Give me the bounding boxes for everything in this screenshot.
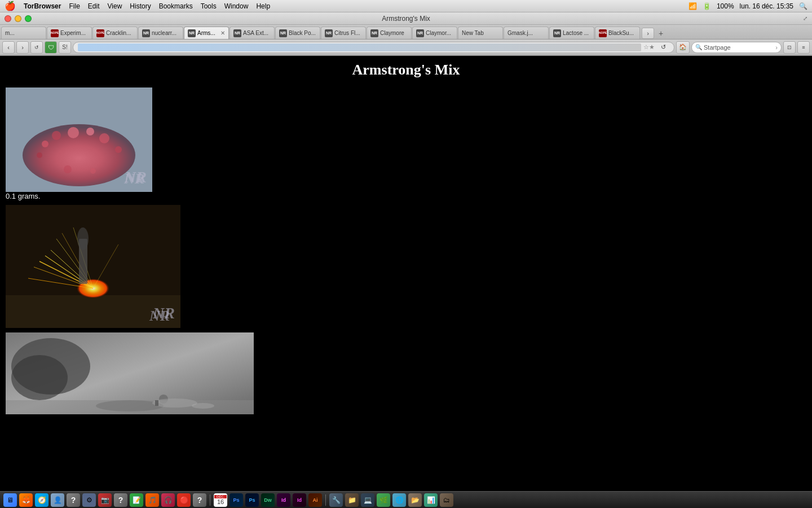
dock-app5[interactable]: 🎧 — [161, 493, 175, 507]
dock-sys3[interactable]: 💻 — [361, 493, 374, 507]
dock-q3[interactable]: ? — [193, 493, 206, 507]
svg-point-9 — [64, 165, 72, 173]
datetime: lun. 16 déc. 15:35 — [740, 2, 793, 10]
dock-app2[interactable]: 📷 — [98, 493, 112, 507]
page-title: Armstrong's Mix — [6, 62, 806, 78]
dock-id2[interactable]: Id — [293, 493, 306, 507]
tab-m[interactable]: m... — [1, 27, 46, 39]
forward-button[interactable]: › — [16, 41, 29, 54]
dock-sys2[interactable]: 📁 — [345, 493, 359, 507]
dock-app6[interactable]: 🔴 — [177, 493, 191, 507]
tab-blackpo[interactable]: NR Black Po... — [275, 27, 320, 39]
svg-point-10 — [90, 168, 96, 174]
menu-view[interactable]: View — [108, 2, 122, 10]
dock-app4[interactable]: 🎵 — [145, 493, 159, 507]
fullscreen-button[interactable]: ⊡ — [783, 41, 796, 54]
tab-claymor2[interactable]: NR Claymor... — [412, 27, 457, 39]
menu-bookmarks[interactable]: Bookmarks — [159, 2, 193, 10]
tab-citrus[interactable]: NR Citrus Fl... — [321, 27, 366, 39]
svg-point-33 — [152, 398, 197, 408]
menu-file[interactable]: File — [69, 2, 80, 10]
url-reload[interactable]: ↺ — [657, 41, 669, 54]
tab-bar: m... NOPE Experim... NOPE Cracklin... NR… — [0, 25, 812, 40]
dock-ai[interactable]: Ai — [308, 493, 322, 507]
dock-q1[interactable]: ? — [67, 493, 80, 507]
tab-blacksu[interactable]: NOPE BlackSu... — [595, 27, 640, 39]
nr-icon: NR — [233, 29, 241, 37]
dock: 🖥 🦊 🧭 👤 ? ⚙ 📷 ? 📝 🎵 🎧 🔴 ? DÉC. 16 Ps Ps … — [0, 491, 812, 508]
menu-edit[interactable]: Edit — [88, 2, 100, 10]
tab-label: Citrus Fl... — [334, 30, 360, 36]
dock-sys5[interactable]: 🌐 — [392, 493, 406, 507]
dock-finder[interactable]: 🖥 — [3, 493, 17, 507]
menu-tools[interactable]: Tools — [201, 2, 217, 10]
new-tab-button[interactable]: + — [655, 28, 667, 39]
tab-claymore[interactable]: NR Claymore — [367, 27, 412, 39]
tab-label: Cracklin... — [106, 30, 131, 36]
nope-icon: NOPE — [599, 29, 607, 37]
close-button[interactable] — [5, 15, 11, 22]
battery-icon: 🔋 — [703, 2, 711, 10]
url-bar[interactable]: ☆★ ↺ — [73, 42, 674, 53]
maximize-button[interactable] — [25, 15, 32, 22]
dock-ps2[interactable]: Ps — [245, 493, 259, 507]
refresh-button[interactable]: ↺ — [30, 41, 43, 54]
tab-close-button[interactable]: ✕ — [220, 30, 225, 36]
dock-contacts[interactable]: 👤 — [51, 493, 64, 507]
svg-text:NR: NR — [123, 170, 144, 187]
svg-point-4 — [68, 127, 79, 138]
search-bar[interactable]: 🔍 Startpage › — [691, 42, 782, 53]
menu-button[interactable]: ≡ — [797, 41, 810, 54]
tab-cracklin[interactable]: NOPE Cracklin... — [92, 27, 138, 39]
menu-help[interactable]: Help — [256, 2, 270, 10]
svg-point-34 — [192, 403, 214, 409]
dock-id[interactable]: Id — [277, 493, 290, 507]
menu-history[interactable]: History — [130, 2, 151, 10]
app-name[interactable]: TorBrowser — [24, 2, 61, 10]
dock-sys4[interactable]: 🌿 — [377, 493, 390, 507]
home-button[interactable]: 🏠 — [676, 41, 690, 54]
dock-sys8[interactable]: 🗂 — [440, 493, 453, 507]
url-progress — [78, 43, 641, 51]
powder-svg: NR — [6, 87, 152, 192]
search-submit-icon[interactable]: › — [775, 44, 778, 51]
dock-sys6[interactable]: 📂 — [408, 493, 422, 507]
tab-nuclearr[interactable]: NR nuclearr... — [138, 27, 183, 39]
sparks-svg: NR — [6, 205, 180, 328]
shield-button[interactable]: 🛡 — [45, 41, 57, 54]
tab-arms[interactable]: NR Arms... ✕ — [184, 27, 229, 39]
menubar: 🍎 TorBrowser File Edit View History Book… — [0, 0, 812, 12]
tab-experim[interactable]: NOPE Experim... — [47, 27, 92, 39]
dock-date[interactable]: DÉC. 16 — [214, 493, 227, 507]
tab-label: Arms... — [197, 30, 215, 36]
dock-sys7[interactable]: 📊 — [424, 493, 438, 507]
title-right-controls: ⤢ — [803, 15, 807, 21]
search-icon[interactable]: 🔍 — [799, 2, 807, 10]
dock-app3[interactable]: 📝 — [130, 493, 143, 507]
dock-q2[interactable]: ? — [114, 493, 127, 507]
tab-label: Black Po... — [289, 30, 316, 36]
menubar-right: 📶 🔋 100% lun. 16 déc. 15:35 🔍 — [689, 2, 807, 10]
dock-dw[interactable]: Dw — [261, 493, 275, 507]
dock-safari[interactable]: 🧭 — [35, 493, 48, 507]
nr-icon: NR — [188, 29, 196, 37]
dock-firefox[interactable]: 🦊 — [19, 493, 33, 507]
back-button[interactable]: ‹ — [2, 41, 15, 54]
dock-app1[interactable]: ⚙ — [82, 493, 96, 507]
tab-asa[interactable]: NR ASA Ext... — [230, 27, 275, 39]
tabs-scroll-right[interactable]: › — [642, 28, 654, 39]
menu-window[interactable]: Window — [224, 2, 249, 10]
resize-icon[interactable]: ⤢ — [803, 15, 807, 21]
bookmark-star[interactable]: ☆★ — [643, 43, 655, 51]
dock-sys1[interactable]: 🔧 — [329, 493, 343, 507]
apple-menu[interactable]: 🍎 — [5, 1, 16, 11]
svg-point-3 — [52, 131, 61, 140]
dock-ps[interactable]: Ps — [230, 493, 243, 507]
minimize-button[interactable] — [15, 15, 21, 22]
tab-gmask[interactable]: Gmask.j... — [504, 27, 549, 39]
tab-lactose[interactable]: NR Lactose ... — [549, 27, 594, 39]
bookmark-button[interactable]: S! — [59, 41, 71, 54]
explosion-svg — [6, 332, 254, 414]
tab-newtab[interactable]: New Tab — [458, 27, 503, 39]
window-title: Armstrong's Mix — [382, 15, 430, 23]
